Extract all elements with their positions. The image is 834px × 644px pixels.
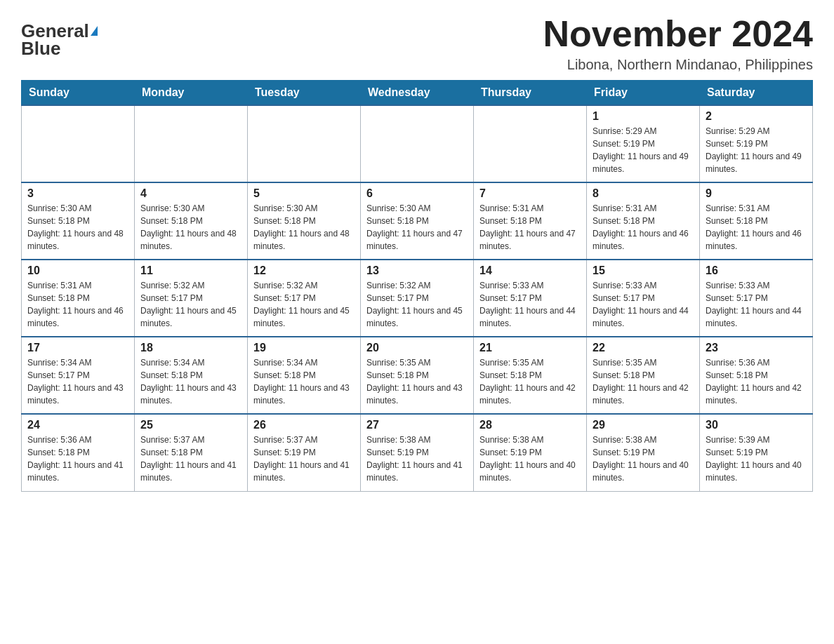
title-block: November 2024 Libona, Northern Mindanao,… — [543, 14, 813, 73]
calendar-cell: 17Sunrise: 5:34 AM Sunset: 5:17 PM Dayli… — [22, 337, 135, 414]
cell-sun-info: Sunrise: 5:34 AM Sunset: 5:18 PM Dayligh… — [140, 356, 241, 407]
logo-text-part2: Blue — [21, 39, 60, 59]
cell-sun-info: Sunrise: 5:32 AM Sunset: 5:17 PM Dayligh… — [366, 279, 468, 330]
cell-date-number: 10 — [27, 264, 128, 277]
cell-sun-info: Sunrise: 5:30 AM Sunset: 5:18 PM Dayligh… — [140, 202, 241, 253]
weekday-header-row: Sunday Monday Tuesday Wednesday Thursday… — [22, 81, 813, 106]
cell-date-number: 6 — [366, 187, 468, 200]
calendar-cell: 1Sunrise: 5:29 AM Sunset: 5:19 PM Daylig… — [587, 105, 700, 182]
cell-sun-info: Sunrise: 5:36 AM Sunset: 5:18 PM Dayligh… — [706, 356, 807, 407]
calendar-cell: 20Sunrise: 5:35 AM Sunset: 5:18 PM Dayli… — [361, 337, 474, 414]
cell-date-number: 7 — [479, 187, 581, 200]
calendar-table: Sunday Monday Tuesday Wednesday Thursday… — [21, 80, 813, 492]
cell-sun-info: Sunrise: 5:31 AM Sunset: 5:18 PM Dayligh… — [27, 279, 128, 330]
cell-sun-info: Sunrise: 5:29 AM Sunset: 5:19 PM Dayligh… — [706, 125, 807, 175]
week-row-4: 24Sunrise: 5:36 AM Sunset: 5:18 PM Dayli… — [22, 414, 813, 491]
calendar-cell: 22Sunrise: 5:35 AM Sunset: 5:18 PM Dayli… — [587, 337, 700, 414]
calendar-cell: 27Sunrise: 5:38 AM Sunset: 5:19 PM Dayli… — [361, 414, 474, 491]
cell-sun-info: Sunrise: 5:39 AM Sunset: 5:19 PM Dayligh… — [706, 434, 807, 484]
cell-sun-info: Sunrise: 5:38 AM Sunset: 5:19 PM Dayligh… — [593, 434, 694, 484]
calendar-cell: 18Sunrise: 5:34 AM Sunset: 5:18 PM Dayli… — [135, 337, 248, 414]
cell-date-number: 5 — [253, 187, 355, 200]
logo-triangle-icon — [91, 26, 98, 36]
calendar-cell — [135, 105, 248, 182]
calendar-cell: 26Sunrise: 5:37 AM Sunset: 5:19 PM Dayli… — [248, 414, 361, 491]
calendar-cell: 19Sunrise: 5:34 AM Sunset: 5:18 PM Dayli… — [248, 337, 361, 414]
cell-date-number: 13 — [366, 264, 468, 277]
cell-date-number: 19 — [253, 342, 355, 354]
cell-sun-info: Sunrise: 5:31 AM Sunset: 5:18 PM Dayligh… — [593, 202, 694, 253]
calendar-cell — [361, 105, 474, 182]
page-header: General Blue November 2024 Libona, North… — [21, 14, 813, 73]
cell-sun-info: Sunrise: 5:29 AM Sunset: 5:19 PM Dayligh… — [593, 125, 694, 175]
week-row-3: 17Sunrise: 5:34 AM Sunset: 5:17 PM Dayli… — [22, 337, 813, 414]
calendar-cell: 29Sunrise: 5:38 AM Sunset: 5:19 PM Dayli… — [587, 414, 700, 491]
calendar-cell: 16Sunrise: 5:33 AM Sunset: 5:17 PM Dayli… — [700, 260, 813, 337]
cell-sun-info: Sunrise: 5:33 AM Sunset: 5:17 PM Dayligh… — [593, 279, 694, 330]
cell-sun-info: Sunrise: 5:30 AM Sunset: 5:18 PM Dayligh… — [253, 202, 355, 253]
cell-date-number: 20 — [366, 342, 468, 354]
cell-sun-info: Sunrise: 5:30 AM Sunset: 5:18 PM Dayligh… — [366, 202, 468, 253]
calendar-cell: 28Sunrise: 5:38 AM Sunset: 5:19 PM Dayli… — [474, 414, 587, 491]
calendar-cell — [474, 105, 587, 182]
logo: General Blue — [21, 21, 98, 58]
header-sunday: Sunday — [22, 81, 135, 106]
calendar-cell: 3Sunrise: 5:30 AM Sunset: 5:18 PM Daylig… — [22, 182, 135, 260]
cell-sun-info: Sunrise: 5:36 AM Sunset: 5:18 PM Dayligh… — [27, 434, 128, 484]
calendar-cell: 30Sunrise: 5:39 AM Sunset: 5:19 PM Dayli… — [700, 414, 813, 491]
header-wednesday: Wednesday — [361, 81, 474, 106]
calendar-cell: 10Sunrise: 5:31 AM Sunset: 5:18 PM Dayli… — [22, 260, 135, 337]
cell-date-number: 9 — [706, 187, 807, 200]
calendar-cell: 8Sunrise: 5:31 AM Sunset: 5:18 PM Daylig… — [587, 182, 700, 260]
cell-sun-info: Sunrise: 5:33 AM Sunset: 5:17 PM Dayligh… — [479, 279, 581, 330]
cell-date-number: 18 — [140, 342, 241, 354]
location-title: Libona, Northern Mindanao, Philippines — [543, 57, 813, 73]
cell-sun-info: Sunrise: 5:35 AM Sunset: 5:18 PM Dayligh… — [479, 356, 581, 407]
cell-date-number: 1 — [593, 110, 694, 123]
cell-date-number: 4 — [140, 187, 241, 200]
cell-sun-info: Sunrise: 5:34 AM Sunset: 5:18 PM Dayligh… — [253, 356, 355, 407]
calendar-cell: 5Sunrise: 5:30 AM Sunset: 5:18 PM Daylig… — [248, 182, 361, 260]
cell-date-number: 25 — [140, 419, 241, 431]
cell-date-number: 21 — [479, 342, 581, 354]
week-row-0: 1Sunrise: 5:29 AM Sunset: 5:19 PM Daylig… — [22, 105, 813, 182]
cell-date-number: 26 — [253, 419, 355, 431]
cell-date-number: 30 — [706, 419, 807, 431]
cell-date-number: 28 — [479, 419, 581, 431]
calendar-cell: 24Sunrise: 5:36 AM Sunset: 5:18 PM Dayli… — [22, 414, 135, 491]
cell-sun-info: Sunrise: 5:32 AM Sunset: 5:17 PM Dayligh… — [253, 279, 355, 330]
cell-date-number: 15 — [593, 264, 694, 277]
header-tuesday: Tuesday — [248, 81, 361, 106]
month-title: November 2024 — [543, 14, 813, 54]
calendar-cell: 2Sunrise: 5:29 AM Sunset: 5:19 PM Daylig… — [700, 105, 813, 182]
calendar-cell: 9Sunrise: 5:31 AM Sunset: 5:18 PM Daylig… — [700, 182, 813, 260]
calendar-cell: 11Sunrise: 5:32 AM Sunset: 5:17 PM Dayli… — [135, 260, 248, 337]
calendar-cell: 15Sunrise: 5:33 AM Sunset: 5:17 PM Dayli… — [587, 260, 700, 337]
cell-date-number: 29 — [593, 419, 694, 431]
cell-sun-info: Sunrise: 5:35 AM Sunset: 5:18 PM Dayligh… — [366, 356, 468, 407]
calendar-cell: 13Sunrise: 5:32 AM Sunset: 5:17 PM Dayli… — [361, 260, 474, 337]
calendar-cell: 21Sunrise: 5:35 AM Sunset: 5:18 PM Dayli… — [474, 337, 587, 414]
cell-date-number: 22 — [593, 342, 694, 354]
cell-sun-info: Sunrise: 5:31 AM Sunset: 5:18 PM Dayligh… — [706, 202, 807, 253]
week-row-1: 3Sunrise: 5:30 AM Sunset: 5:18 PM Daylig… — [22, 182, 813, 260]
cell-date-number: 27 — [366, 419, 468, 431]
header-saturday: Saturday — [700, 81, 813, 106]
cell-date-number: 2 — [706, 110, 807, 123]
cell-sun-info: Sunrise: 5:32 AM Sunset: 5:17 PM Dayligh… — [140, 279, 241, 330]
header-thursday: Thursday — [474, 81, 587, 106]
cell-sun-info: Sunrise: 5:37 AM Sunset: 5:18 PM Dayligh… — [140, 434, 241, 484]
calendar-cell: 23Sunrise: 5:36 AM Sunset: 5:18 PM Dayli… — [700, 337, 813, 414]
calendar-cell: 25Sunrise: 5:37 AM Sunset: 5:18 PM Dayli… — [135, 414, 248, 491]
cell-date-number: 12 — [253, 264, 355, 277]
header-friday: Friday — [587, 81, 700, 106]
cell-date-number: 23 — [706, 342, 807, 354]
calendar-cell: 4Sunrise: 5:30 AM Sunset: 5:18 PM Daylig… — [135, 182, 248, 260]
cell-date-number: 8 — [593, 187, 694, 200]
cell-sun-info: Sunrise: 5:37 AM Sunset: 5:19 PM Dayligh… — [253, 434, 355, 484]
calendar-cell: 14Sunrise: 5:33 AM Sunset: 5:17 PM Dayli… — [474, 260, 587, 337]
cell-sun-info: Sunrise: 5:34 AM Sunset: 5:17 PM Dayligh… — [27, 356, 128, 407]
calendar-cell: 6Sunrise: 5:30 AM Sunset: 5:18 PM Daylig… — [361, 182, 474, 260]
cell-sun-info: Sunrise: 5:31 AM Sunset: 5:18 PM Dayligh… — [479, 202, 581, 253]
header-monday: Monday — [135, 81, 248, 106]
